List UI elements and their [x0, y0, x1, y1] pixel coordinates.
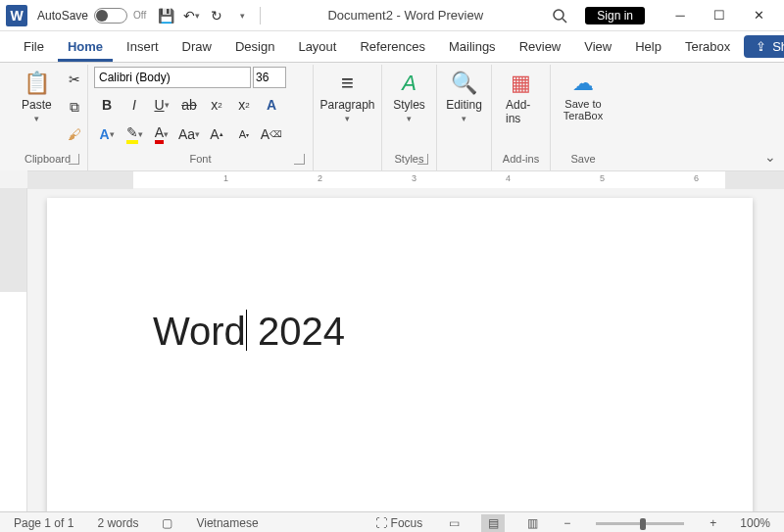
- document-area[interactable]: Word 2024: [27, 188, 784, 511]
- tab-mailings[interactable]: Mailings: [439, 32, 506, 62]
- signin-button[interactable]: Sign in: [585, 7, 645, 24]
- grow-font-icon[interactable]: A▴: [204, 121, 229, 147]
- read-mode-icon[interactable]: ▭: [442, 514, 466, 532]
- cloud-icon: ☁: [572, 71, 594, 96]
- zoom-out-button[interactable]: −: [560, 516, 574, 530]
- ruler-row: 1 2 3 4 5 6: [0, 170, 784, 188]
- font-color-icon[interactable]: A▾: [149, 121, 174, 147]
- zoom-slider[interactable]: [596, 522, 684, 525]
- font-size-select[interactable]: [253, 67, 286, 88]
- tab-terabox[interactable]: Terabox: [675, 32, 740, 62]
- bold-button[interactable]: B: [94, 92, 120, 118]
- qat-more-icon[interactable]: ▾: [230, 4, 254, 27]
- group-clipboard: 📋 Paste ▾ ✂ ⧉ 🖌 Clipboard: [8, 65, 88, 170]
- zoom-level[interactable]: 100%: [736, 516, 774, 530]
- paste-label: Paste: [22, 98, 52, 112]
- save-icon[interactable]: 💾: [154, 4, 177, 27]
- highlight-icon[interactable]: ✎▾: [122, 121, 147, 147]
- ruler-margin-right: [725, 171, 784, 189]
- clear-format-icon[interactable]: A⌫: [259, 121, 284, 147]
- tab-review[interactable]: Review: [510, 32, 571, 62]
- tab-draw[interactable]: Draw: [172, 32, 221, 62]
- group-styles: A Styles ▾ Styles: [382, 65, 437, 170]
- underline-button[interactable]: U▾: [149, 92, 174, 118]
- editing-group-label: [443, 151, 485, 169]
- italic-button[interactable]: I: [122, 92, 147, 118]
- text-after-cursor: 2024: [247, 310, 345, 353]
- tab-design[interactable]: Design: [225, 32, 284, 62]
- chevron-down-icon: ▾: [407, 114, 412, 123]
- tab-home[interactable]: Home: [58, 32, 113, 62]
- close-icon[interactable]: ✕: [739, 2, 778, 29]
- page-number-status[interactable]: Page 1 of 1: [10, 516, 77, 530]
- autosave-state: Off: [133, 10, 146, 21]
- shrink-font-icon[interactable]: A▾: [231, 121, 257, 147]
- page[interactable]: Word 2024: [47, 198, 753, 511]
- undo-icon[interactable]: ↶▾: [179, 4, 203, 27]
- cut-icon[interactable]: ✂: [62, 67, 87, 92]
- document-title: Document2 - Word Preview: [265, 8, 546, 23]
- superscript-button[interactable]: x2: [231, 92, 257, 118]
- addins-button[interactable]: ▦ Add-ins: [498, 67, 544, 129]
- text-effects2-icon[interactable]: A▾: [94, 121, 120, 147]
- ruler-tick: 6: [694, 173, 699, 183]
- chevron-down-icon: ▾: [345, 114, 350, 123]
- tab-view[interactable]: View: [574, 32, 621, 62]
- app-logo: W: [6, 5, 27, 26]
- autosave-label: AutoSave: [37, 9, 88, 23]
- word-count-status[interactable]: 2 words: [93, 516, 142, 530]
- proofing-icon[interactable]: ▢: [158, 516, 176, 530]
- find-icon: 🔍: [451, 71, 477, 96]
- group-paragraph: ≡ Paragraph ▾: [314, 65, 382, 170]
- print-layout-icon[interactable]: ▤: [481, 514, 505, 532]
- font-launcher[interactable]: [294, 154, 305, 165]
- styles-group-label: Styles: [388, 151, 430, 169]
- zoom-in-button[interactable]: +: [706, 516, 720, 530]
- styles-button[interactable]: A Styles ▾: [385, 67, 433, 127]
- share-button[interactable]: ⇪ Share ▾: [744, 35, 784, 58]
- group-font: B I U▾ ab x2 x2 A A▾ ✎▾ A▾ Aa▾ A▴ A▾ A⌫: [88, 65, 314, 170]
- editing-button[interactable]: 🔍 Editing ▾: [438, 67, 490, 127]
- copy-icon[interactable]: ⧉: [62, 94, 87, 120]
- tab-references[interactable]: References: [350, 32, 434, 62]
- strikethrough-button[interactable]: ab: [176, 92, 202, 118]
- ruler-margin-top: [0, 188, 26, 292]
- paste-button[interactable]: 📋 Paste ▾: [14, 67, 60, 127]
- save-group-label: Save: [557, 151, 610, 169]
- tab-help[interactable]: Help: [625, 32, 671, 62]
- web-layout-icon[interactable]: ▥: [520, 514, 544, 532]
- ruler-tick: 1: [223, 173, 228, 183]
- text-before-cursor: Word: [153, 310, 246, 353]
- document-text[interactable]: Word 2024: [153, 310, 345, 354]
- addins-group-label: Add-ins: [498, 151, 544, 169]
- ribbon: 📋 Paste ▾ ✂ ⧉ 🖌 Clipboard B I: [0, 63, 784, 170]
- svg-line-1: [563, 19, 566, 23]
- minimize-icon[interactable]: ─: [661, 2, 700, 29]
- format-painter-icon[interactable]: 🖌: [62, 121, 87, 147]
- tab-layout[interactable]: Layout: [288, 32, 346, 62]
- tab-insert[interactable]: Insert: [117, 32, 169, 62]
- ruler-tick: 2: [318, 173, 322, 183]
- font-name-select[interactable]: [94, 67, 251, 88]
- editing-label: Editing: [446, 98, 482, 112]
- tab-file[interactable]: File: [14, 32, 54, 62]
- status-bar: Page 1 of 1 2 words ▢ Vietnamese ⛶ Focus…: [0, 511, 784, 532]
- clipboard-launcher[interactable]: [69, 154, 79, 165]
- vertical-ruler[interactable]: [0, 188, 27, 511]
- redo-icon[interactable]: ↻: [205, 4, 228, 27]
- text-effects-icon[interactable]: A: [259, 92, 284, 118]
- search-icon[interactable]: [546, 4, 573, 27]
- save-terabox-button[interactable]: ☁ Save to TeraBox: [556, 67, 611, 125]
- styles-launcher[interactable]: [417, 154, 428, 165]
- horizontal-ruler[interactable]: 1 2 3 4 5 6: [27, 170, 784, 188]
- language-status[interactable]: Vietnamese: [192, 516, 262, 530]
- focus-mode-button[interactable]: ⛶ Focus: [371, 516, 426, 530]
- maximize-icon[interactable]: ☐: [700, 2, 739, 29]
- subscript-button[interactable]: x2: [204, 92, 229, 118]
- paragraph-button[interactable]: ≡ Paragraph ▾: [312, 67, 382, 127]
- separator: [260, 7, 261, 24]
- change-case-button[interactable]: Aa▾: [176, 121, 202, 147]
- autosave-toggle[interactable]: [94, 8, 127, 24]
- autosave-control[interactable]: AutoSave Off: [37, 8, 146, 24]
- collapse-ribbon-icon[interactable]: ⌄: [764, 149, 776, 165]
